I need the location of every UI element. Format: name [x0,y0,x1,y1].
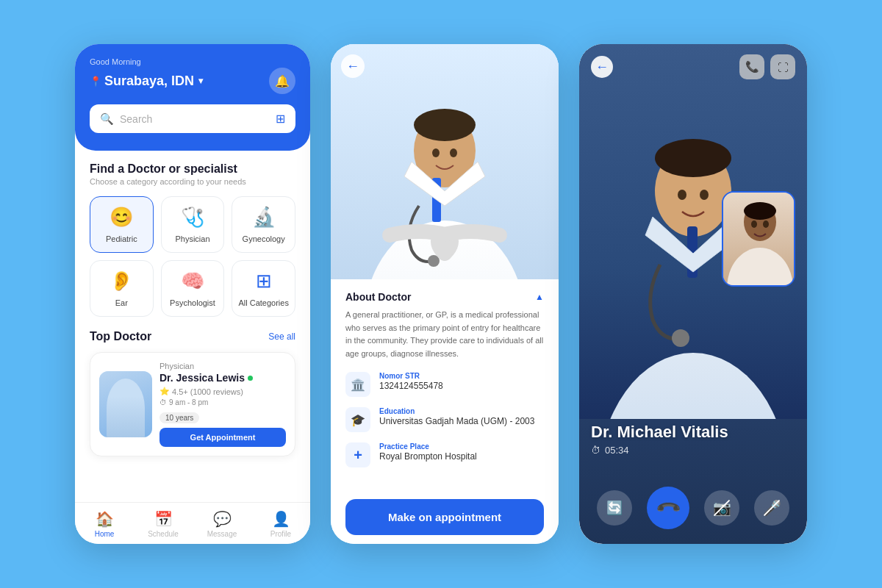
bottom-nav: 🏠 Home 📅 Schedule 💬 Message 👤 Profile [75,502,310,544]
location-text: Surabaya, IDN [104,74,194,89]
back-button[interactable]: ← [341,54,365,78]
svg-point-21 [751,220,757,228]
str-icon: 🏛️ [345,372,370,397]
pip-self-view [722,191,795,287]
about-text: A general practitioner, or GP, is a medi… [345,309,544,360]
svg-point-20 [744,202,776,220]
category-physician[interactable]: 🩺 Physician [161,196,225,253]
make-appointment-button[interactable]: Make on appointment [345,499,544,535]
physician-icon: 🩺 [181,206,204,229]
category-label-psychologist: Psychologist [170,298,215,307]
psychologist-icon: 🧠 [181,270,204,293]
nav-home-label: Home [95,530,115,538]
doctor-rating: ⭐ 4.5+ (1000 reviews) [159,387,286,396]
svg-point-5 [432,148,440,157]
str-label: Nomor STR [379,372,443,380]
video-back-button[interactable]: ← [591,56,613,78]
location-row[interactable]: 📍 Surabaya, IDN ▾ [90,74,203,89]
video-call-info: Dr. Michael Vitalis ⏱ 05:34 [591,423,728,456]
location-icon: 📍 [90,76,101,87]
top-doctor-title: Top Doctor [90,330,151,343]
doctor-name: Dr. Jessica Lewis [159,372,286,384]
see-all-link[interactable]: See all [268,331,295,342]
gynecology-icon: 🔬 [252,206,276,229]
camera-flip-button[interactable]: 🔄 [597,490,632,526]
nav-message[interactable]: 💬 Message [193,510,251,538]
education-label: Education [379,407,534,415]
info-education: 🎓 Education Universitas Gadjah Mada (UGM… [345,407,544,432]
online-status-dot [248,376,253,381]
svg-point-22 [763,220,769,228]
pip-video [723,193,795,287]
phone2-footer: Make on appointment [331,490,559,544]
doctor-card: Physician Dr. Jessica Lewis ⭐ 4.5+ (1000… [90,352,295,456]
all-categories-icon: ⊞ [256,270,272,293]
end-call-button[interactable]: 📞 [638,478,698,538]
find-doctor-title: Find a Doctor or specialist [90,162,295,176]
phone-3: ← 📞 ⛶ [579,44,807,544]
search-placeholder: Search [120,113,152,125]
doctor-hours: ⏱ 9 am - 8 pm [159,398,286,406]
svg-point-4 [414,109,476,141]
education-icon: 🎓 [345,407,370,432]
top-doctor-header: Top Doctor See all [90,330,295,343]
nav-schedule[interactable]: 📅 Schedule [134,510,193,538]
ear-icon: 👂 [110,270,133,293]
filter-icon[interactable]: ⊞ [276,112,285,126]
find-doctor-subtitle: Choose a category according to your need… [90,177,295,186]
category-label-pediatric: Pediatric [106,234,137,243]
str-value: 1324124555478 [379,381,443,391]
phone1-body: Find a Doctor or specialist Choose a cat… [75,151,310,468]
svg-point-15 [700,190,709,200]
category-label-physician: Physician [175,234,209,243]
home-icon: 🏠 [96,510,114,528]
category-label-gynecology: Gynecology [243,234,285,243]
get-appointment-button[interactable]: Get Appointment [159,428,286,447]
education-value: Universitas Gadjah Mada (UGM) - 2003 [379,416,534,426]
notification-bell[interactable]: 🔔 [269,68,295,94]
phone-call-button[interactable]: 📞 [739,54,764,79]
chevron-down-icon: ▾ [198,76,203,86]
phone2-body: About Doctor ▲ A general practitioner, o… [331,279,559,485]
category-psychologist[interactable]: 🧠 Psychologist [161,260,225,317]
category-ear[interactable]: 👂 Ear [90,260,154,317]
nav-profile[interactable]: 👤 Profile [251,510,310,538]
timer-value: 05:34 [605,445,629,456]
svg-point-13 [655,139,731,177]
video-top-right-controls: 📞 ⛶ [739,54,795,79]
category-gynecology[interactable]: 🔬 Gynecology [232,196,295,253]
svg-point-17 [672,329,689,347]
practice-value: Royal Brompton Hospital [379,451,477,462]
doctor-info: Physician Dr. Jessica Lewis ⭐ 4.5+ (1000… [159,362,286,447]
practice-label: Practice Place [379,442,477,451]
doctor-avatar-image [99,371,152,437]
search-bar[interactable]: 🔍 Search ⊞ [90,104,295,133]
nav-message-label: Message [207,530,237,538]
doctor-specialty: Physician [159,362,286,370]
category-pediatric[interactable]: 😊 Pediatric [90,196,154,253]
svg-point-6 [450,148,457,157]
category-all[interactable]: ⊞ All Categories [232,260,295,317]
pediatric-icon: 😊 [110,206,133,229]
phone1-header: Good Morning 📍 Surabaya, IDN ▾ 🔔 🔍 Searc… [75,44,310,151]
greeting-text: Good Morning [90,57,295,66]
video-call-controls: 🔄 📞 📷 🎤 [579,487,807,529]
profile-icon: 👤 [272,510,290,528]
experience-badge: 10 years [159,412,199,423]
mic-mute-button[interactable]: 🎤 [754,490,789,526]
nav-home[interactable]: 🏠 Home [75,510,134,538]
category-grid: 😊 Pediatric 🩺 Physician 🔬 Gynecology 👂 E… [90,196,295,317]
video-doctor-name: Dr. Michael Vitalis [591,423,728,442]
nav-schedule-label: Schedule [148,530,179,538]
video-off-button[interactable]: 📷 [704,490,739,526]
call-timer: ⏱ 05:34 [591,445,728,456]
expand-button[interactable]: ⛶ [770,54,795,79]
phone-2: ← About Doctor ▲ A general practitioner,… [331,44,559,544]
video-call-bg: ← 📞 ⛶ [579,44,807,544]
clock-icon: ⏱ [591,445,600,456]
about-title: About Doctor [345,291,411,303]
svg-point-14 [678,190,686,200]
about-toggle-icon[interactable]: ▲ [535,292,544,302]
info-str: 🏛️ Nomor STR 1324124555478 [345,372,544,397]
video-top-controls: ← 📞 ⛶ [591,54,795,79]
